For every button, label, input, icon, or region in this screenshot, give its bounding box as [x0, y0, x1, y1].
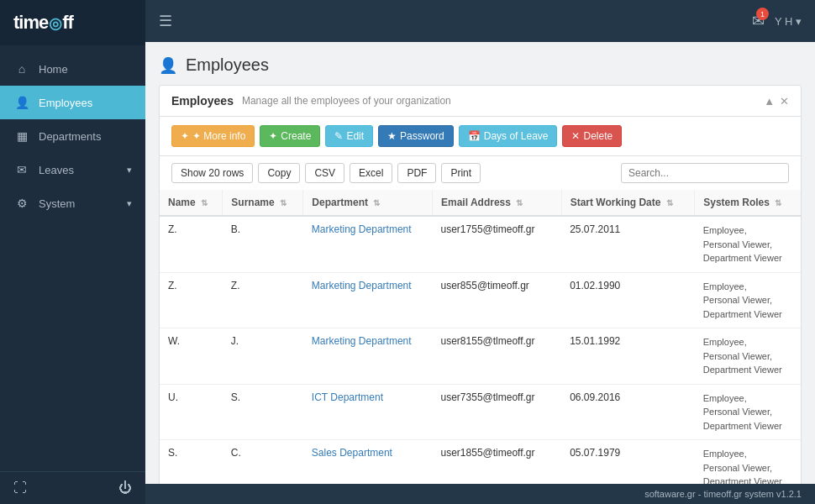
employees-table: Name ⇅ Surname ⇅ Department ⇅ Email Addr… — [160, 190, 801, 484]
sidebar: time◎ff ⌂ Home 👤 Employees ▦ Departments… — [0, 0, 145, 504]
logo-text: time◎ff — [13, 12, 73, 34]
more-info-button[interactable]: ✦ ✦ More info — [171, 125, 255, 147]
hamburger-button[interactable]: ☰ — [159, 12, 172, 30]
user-menu[interactable]: Y H ▾ — [775, 15, 802, 28]
password-button[interactable]: ★ Password — [378, 125, 454, 147]
delete-button[interactable]: ✕ Delete — [562, 125, 622, 147]
sidebar-item-home-label: Home — [39, 63, 68, 76]
cell-email: user7355@tlmeoff.gr — [433, 384, 562, 440]
cell-start-date: 01.02.1990 — [561, 272, 695, 328]
sort-icon[interactable]: ⇅ — [201, 198, 208, 207]
cell-department: Marketing Department — [303, 216, 433, 272]
topbar: ☰ ✉ 1 Y H ▾ — [145, 0, 815, 42]
calendar-icon: 📅 — [468, 130, 481, 142]
employees-icon: 👤 — [13, 96, 30, 109]
card-subtitle: Manage all the employees of your organiz… — [242, 95, 451, 107]
table-row[interactable]: S. C. Sales Department user1855@timeoff.… — [160, 440, 801, 485]
sidebar-item-leaves[interactable]: ✉ Leaves ▾ — [0, 153, 145, 186]
sort-icon[interactable]: ⇅ — [280, 198, 287, 207]
power-icon[interactable]: ⏻ — [118, 480, 132, 496]
footer: softaware.gr - timeoff.gr system v1.2.1 — [145, 484, 815, 504]
expand-icon[interactable]: ⛶ — [13, 480, 27, 496]
col-roles: System Roles ⇅ — [695, 190, 801, 216]
page-content: 👤 Employees Employees Manage all the emp… — [145, 42, 815, 484]
sidebar-item-departments-label: Departments — [39, 130, 101, 143]
main-content: ☰ ✉ 1 Y H ▾ 👤 Employees Employees Manage… — [145, 0, 815, 504]
table-toolbar: Show 20 rows Copy CSV Excel PDF Print — [160, 156, 801, 190]
notification-bell[interactable]: ✉ 1 — [752, 12, 765, 30]
table-row[interactable]: Z. B. Marketing Department user1755@time… — [160, 216, 801, 272]
footer-text: softaware.gr - timeoff.gr system v1.2.1 — [644, 489, 802, 499]
department-link[interactable]: Marketing Department — [312, 335, 412, 347]
page-header: 👤 Employees — [159, 55, 802, 75]
sidebar-item-leaves-label: Leaves — [39, 164, 74, 176]
csv-button[interactable]: CSV — [305, 163, 344, 183]
employees-card: Employees Manage all the employees of yo… — [159, 85, 802, 484]
card-header: Employees Manage all the employees of yo… — [160, 86, 801, 117]
table-row[interactable]: W. J. Marketing Department user8155@tlme… — [160, 328, 801, 385]
cell-department: Sales Department — [303, 440, 433, 485]
notification-badge: 1 — [756, 8, 769, 20]
sidebar-nav: ⌂ Home 👤 Employees ▦ Departments ✉ Leave… — [0, 45, 145, 471]
create-button[interactable]: ✦ Create — [260, 125, 320, 147]
card-header-actions: ▲ ✕ — [764, 95, 789, 108]
home-icon: ⌂ — [13, 62, 30, 76]
delete-icon: ✕ — [571, 130, 580, 142]
sort-icon[interactable]: ⇅ — [775, 198, 781, 207]
cell-name: S. — [160, 440, 223, 485]
sidebar-item-system-label: System — [39, 197, 75, 210]
chevron-down-icon: ▾ — [127, 165, 132, 176]
collapse-button[interactable]: ▲ — [764, 95, 775, 108]
sort-icon[interactable]: ⇅ — [516, 198, 523, 207]
show-rows-button[interactable]: Show 20 rows — [171, 163, 253, 183]
cell-roles: Employee,Personal Viewer,Department View… — [695, 328, 801, 385]
cell-department: Marketing Department — [303, 272, 433, 328]
department-link[interactable]: Sales Department — [312, 447, 392, 459]
search-input[interactable] — [621, 163, 789, 183]
col-name: Name ⇅ — [160, 190, 223, 216]
close-card-button[interactable]: ✕ — [780, 95, 789, 108]
days-of-leave-button[interactable]: 📅 Days of Leave — [459, 125, 558, 147]
pdf-button[interactable]: PDF — [397, 163, 436, 183]
cell-email: user1755@timeoff.gr — [433, 216, 562, 272]
logo-icon: ◎ — [49, 15, 61, 32]
cell-email: user8155@tlmeoff.gr — [433, 328, 562, 385]
table-row[interactable]: U. S. ICT Department user7355@tlmeoff.gr… — [160, 384, 801, 440]
star-icon: ★ — [387, 130, 397, 142]
page-title: Employees — [186, 55, 269, 75]
action-toolbar: ✦ ✦ More info ✦ Create ✎ Edit ★ Password… — [160, 117, 801, 156]
copy-button[interactable]: Copy — [258, 163, 300, 183]
edit-icon: ✎ — [334, 130, 343, 142]
department-link[interactable]: Marketing Department — [312, 280, 412, 291]
sidebar-item-employees[interactable]: 👤 Employees — [0, 86, 145, 119]
sidebar-item-home[interactable]: ⌂ Home — [0, 52, 145, 86]
leaves-icon: ✉ — [13, 163, 30, 176]
cell-name: Z. — [160, 272, 223, 328]
sidebar-item-system[interactable]: ⚙ System ▾ — [0, 186, 145, 220]
edit-button[interactable]: ✎ Edit — [325, 125, 373, 147]
department-link[interactable]: Marketing Department — [312, 223, 412, 235]
page-header-icon: 👤 — [159, 56, 177, 75]
cell-surname: Z. — [223, 272, 303, 328]
cell-email: user1855@timeoff.gr — [433, 440, 562, 485]
sidebar-bottom: ⛶ ⏻ — [0, 471, 145, 504]
cell-start-date: 05.07.1979 — [561, 440, 695, 485]
cell-department: ICT Department — [303, 384, 433, 440]
cell-surname: S. — [223, 384, 303, 440]
excel-button[interactable]: Excel — [350, 163, 392, 183]
more-info-icon: ✦ — [181, 130, 189, 142]
topbar-right: ✉ 1 Y H ▾ — [752, 12, 802, 30]
sidebar-item-employees-label: Employees — [39, 97, 92, 109]
plus-icon: ✦ — [269, 130, 277, 142]
cell-email: user855@timeoff.gr — [433, 272, 562, 328]
logo: time◎ff — [0, 0, 145, 45]
sidebar-item-departments[interactable]: ▦ Departments — [0, 119, 145, 153]
sort-icon[interactable]: ⇅ — [373, 198, 380, 207]
department-link[interactable]: ICT Department — [312, 391, 383, 403]
table-row[interactable]: Z. Z. Marketing Department user855@timeo… — [160, 272, 801, 328]
col-start-date: Start Working Date ⇅ — [561, 190, 695, 216]
print-button[interactable]: Print — [441, 163, 481, 183]
cell-name: W. — [160, 328, 223, 385]
card-title: Employees — [171, 94, 234, 108]
sort-icon[interactable]: ⇅ — [666, 198, 673, 207]
